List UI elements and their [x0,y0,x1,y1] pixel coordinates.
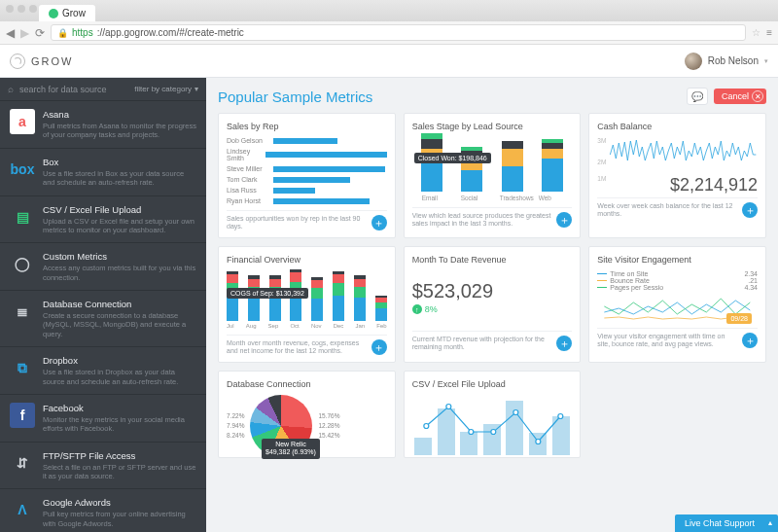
card-financial-overview: Financial Overview COGS of Sep: $130,392… [218,246,396,363]
card-footer: Week over week cash balance for the last… [597,202,736,219]
lock-icon: 🔒 [57,28,68,38]
nav-reload[interactable]: ⟳ [35,26,45,40]
browser-tab[interactable]: Grow [39,5,95,21]
card-footer: Current MTD revenue with projection for … [412,336,551,352]
avatar [685,53,702,70]
datasource-desc: Access any custom metrics built for you … [43,264,196,282]
datasource-desc: Pull key metrics from your online advert… [43,510,196,528]
datasource-icon: box [10,157,35,182]
datasource-title: CSV / Excel File Upload [43,204,196,215]
add-metric-button[interactable]: ＋ [371,215,387,231]
cash-amount: $2,214,912 [670,175,758,195]
add-metric-button[interactable]: ＋ [742,333,758,348]
datasource-item[interactable]: ⧉ Dropbox Use a file stored in Dropbox a… [0,347,206,395]
card-title: CSV / Excel File Upload [412,379,573,389]
datasource-desc: Monitor the key metrics in your social m… [43,415,196,434]
card-visitor-engagement: Site Visitor Engagement Time on Site2.34… [588,246,766,363]
overlay-line [412,395,573,455]
bar-label: Dob Gelson [227,137,269,144]
datasource-title: Box [43,157,196,167]
tab-title: Grow [62,8,86,18]
add-metric-button[interactable]: ＋ [556,212,572,228]
datasource-item[interactable]: box Box Use a file stored in Box as your… [0,149,206,196]
datasource-item[interactable]: ⇵ FTP/SFTP File Access Select a file on … [0,443,206,490]
card-title: Sales by Rep [227,122,387,131]
slice-label: 12.28% [318,422,339,429]
legend-row: Time on Site2.34 [597,270,758,277]
bar-label: Steve Miller [227,165,269,172]
datasource-icon: a [10,109,35,134]
cancel-button[interactable]: Cancel ✕ [714,89,766,104]
user-menu[interactable]: Rob Nelson ▾ [685,53,768,70]
datasource-title: Google Adwords [43,497,196,508]
datasource-item[interactable]: a Asana Pull metrics from Asana to monit… [0,101,206,149]
legend-row: Pages per Sessio4.34 [597,284,758,291]
nav-back[interactable]: ◀ [6,26,15,40]
card-title: Financial Overview [227,255,387,265]
card-mtd-revenue: Month To Date Revenue $523,029 ↑ 8% Curr… [404,246,582,363]
datasource-desc: Upload a CSV or Excel file and setup you… [43,217,196,235]
card-title: Month To Date Revenue [412,255,573,265]
datasource-icon: ⧉ [10,355,35,380]
filter-label: filter by category [134,85,192,93]
bar [265,152,387,158]
card-footer: Sales opportunities won by rep in the la… [227,215,366,231]
svg-point-1 [445,404,450,408]
datasource-icon: Λ [10,497,35,522]
chart-tooltip: COGS of Sep: $130,392 [227,288,308,299]
filter-button[interactable]: filter by category ▾ [134,85,198,93]
bar [273,138,337,144]
card-database-connection: Database Connection 7.22% 7.94% 8.24% 15… [218,371,396,458]
ytick: 3M [597,137,606,144]
brand-name: GROW [31,55,73,67]
address-bar[interactable]: 🔒 https://app.gogrow.com/#/create-metric [51,24,746,41]
stacked-bar [502,141,523,192]
chart-point-label: 09/28 [726,313,752,324]
sparkline [609,137,758,176]
card-title: Sales Stage by Lead Source [412,122,573,131]
revenue-delta: ↑ 8% [412,304,573,314]
bookmark-icon[interactable]: ☆ [752,27,760,38]
cancel-label: Cancel [722,91,749,101]
slice-label: 8.24% [227,432,244,439]
chevron-up-icon: ▴ [768,518,772,527]
search-input[interactable] [19,85,128,94]
stacked-bar [375,296,387,321]
bar-label: Tom Clark [227,176,269,183]
add-metric-button[interactable]: ＋ [742,202,758,218]
svg-point-5 [535,439,540,443]
stacked-bar [311,277,323,321]
card-title: Site Visitor Engagement [597,255,758,265]
datasource-desc: Pull metrics from Asana to monitor the p… [43,122,196,140]
datasource-desc: Use a file stored in Box as your data so… [43,169,196,188]
brand-logo[interactable]: GROW [10,53,73,69]
window-controls[interactable] [6,5,37,13]
revenue-amount: $523,029 [412,280,573,302]
user-name: Rob Nelson [708,55,759,66]
datasource-item[interactable]: ▤ CSV / Excel File Upload Upload a CSV o… [0,196,206,244]
datasource-item[interactable]: f Facebook Monitor the key metrics in yo… [0,395,206,443]
datasource-title: Custom Metrics [43,251,196,262]
card-footer: Month over month revenue, cogs, expenses… [227,339,366,356]
datasource-item[interactable]: ≣ Database Connection Create a secure co… [0,291,206,347]
datasource-desc: Use a file stored in Dropbox as your dat… [43,368,196,386]
datasource-title: Asana [43,109,196,120]
menu-icon[interactable]: ≡ [766,27,772,38]
slice-label: 7.94% [227,422,244,429]
bar [273,188,315,194]
app-topbar: GROW Rob Nelson ▾ [0,45,778,78]
sidebar: ⌕ filter by category ▾ a Asana Pull metr… [0,78,206,532]
logo-mark-icon [10,53,25,69]
add-metric-button[interactable]: ＋ [371,339,387,355]
live-chat-button[interactable]: Live Chat Support ▴ [675,514,778,532]
arrow-up-icon: ↑ [412,304,422,314]
datasource-item[interactable]: Λ Google Adwords Pull key metrics from y… [0,489,206,532]
stacked-bar [354,275,366,320]
add-metric-button[interactable]: ＋ [556,336,572,351]
card-title: Database Connection [227,379,387,389]
chat-icon-button[interactable]: 💬 [687,88,708,105]
svg-point-6 [557,413,562,418]
datasource-icon: ◯ [10,251,35,276]
datasource-item[interactable]: ◯ Custom Metrics Access any custom metri… [0,243,206,291]
slice-label: 7.22% [227,412,244,419]
